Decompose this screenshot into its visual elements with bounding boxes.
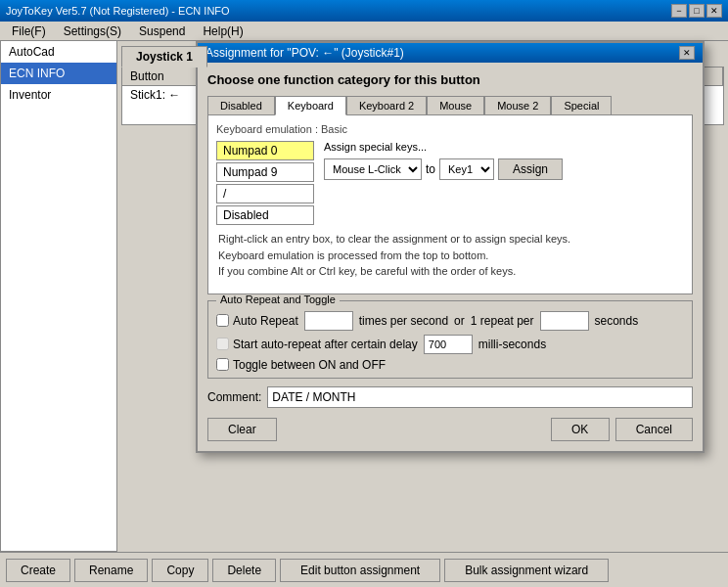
- assign-special-area: Assign special keys... Mouse L-Click to …: [324, 141, 684, 225]
- edit-assignment-button[interactable]: Edit button assignment: [280, 559, 440, 582]
- menu-settings[interactable]: Settings(S): [56, 23, 129, 40]
- app-title: JoyToKey Ver5.7 (Not Registered) - ECN I…: [6, 5, 230, 17]
- sidebar-item-autocad[interactable]: AutoCad: [1, 41, 116, 63]
- menu-file[interactable]: File(F): [4, 23, 54, 40]
- menu-suspend[interactable]: Suspend: [131, 23, 193, 40]
- modal-title-bar: Assignment for "POV: ←" (Joystick#1) ✕: [198, 43, 703, 63]
- assign-dropdown-key-slot[interactable]: Key1: [439, 158, 494, 180]
- tab-joystick1[interactable]: Joystick 1: [121, 46, 207, 68]
- info-line-3: If you combine Alt or Ctrl key, be caref…: [218, 263, 682, 280]
- or-label: or: [454, 314, 465, 328]
- delete-button[interactable]: Delete: [212, 559, 276, 582]
- auto-repeat-checkbox-container: Auto Repeat: [216, 314, 298, 328]
- auto-repeat-section: Auto Repeat and Toggle Auto Repeat times…: [207, 300, 693, 379]
- toggle-checkbox-container: Toggle between ON and OFF: [216, 358, 386, 372]
- modal-heading: Choose one function category for this bu…: [207, 72, 693, 87]
- menu-help[interactable]: Help(H): [195, 23, 250, 40]
- cancel-button[interactable]: Cancel: [615, 418, 693, 441]
- tab-disabled[interactable]: Disabled: [207, 96, 275, 115]
- cell-button: Stick1: ←: [122, 86, 201, 104]
- assign-dropdown-key-type[interactable]: Mouse L-Click: [324, 158, 422, 180]
- info-line-1: Right-click an entry box, to clear the a…: [218, 231, 682, 248]
- key-entry-1[interactable]: Numpad 9: [216, 162, 314, 182]
- auto-repeat-label: Auto Repeat: [233, 314, 298, 328]
- auto-repeat-row: Auto Repeat times per second or 1 repeat…: [216, 311, 684, 331]
- col-button: Button: [122, 68, 201, 85]
- sidebar-item-inventor[interactable]: Inventor: [1, 84, 116, 106]
- window-controls: − □ ✕: [671, 4, 722, 18]
- assign-row: Mouse L-Click to Key1 Assign: [324, 158, 684, 180]
- tab-keyboard2[interactable]: Keyboard 2: [346, 96, 427, 115]
- tab-mouse2[interactable]: Mouse 2: [484, 96, 551, 115]
- ok-button[interactable]: OK: [551, 418, 610, 441]
- info-text-area: Right-click an entry box, to clear the a…: [216, 225, 684, 286]
- toggle-label: Toggle between ON and OFF: [233, 358, 386, 372]
- toggle-row: Toggle between ON and OFF: [216, 358, 684, 372]
- auto-repeat-checkbox[interactable]: [216, 314, 229, 327]
- menu-bar: File(F) Settings(S) Suspend Help(H): [0, 22, 728, 41]
- times-per-second-input[interactable]: [304, 311, 353, 331]
- keyboard-inner: Numpad 0 Numpad 9 / Disabled Assign spec…: [216, 141, 684, 225]
- to-label: to: [426, 162, 435, 176]
- tab-keyboard[interactable]: Keyboard: [275, 96, 346, 115]
- main-content: AutoCad ECN INFO Inventor Joystick 1 Joy…: [0, 41, 728, 552]
- minimize-button[interactable]: −: [671, 4, 687, 18]
- close-window-button[interactable]: ✕: [706, 4, 722, 18]
- maximize-button[interactable]: □: [689, 4, 705, 18]
- sidebar: AutoCad ECN INFO Inventor: [0, 41, 117, 552]
- modal-close-button[interactable]: ✕: [679, 46, 695, 60]
- tab-special[interactable]: Special: [551, 96, 612, 115]
- info-line-2: Keyboard emulation is processed from the…: [218, 248, 682, 264]
- toggle-checkbox[interactable]: [216, 358, 229, 371]
- start-delay-checkbox[interactable]: [216, 338, 229, 350]
- comment-input[interactable]: [267, 386, 693, 408]
- sidebar-item-ecninfo[interactable]: ECN INFO: [1, 63, 116, 84]
- assign-label: Assign special keys...: [324, 141, 684, 153]
- delay-ms-input[interactable]: [424, 335, 473, 354]
- repeat-per-input[interactable]: [540, 311, 589, 331]
- key-entry-2[interactable]: /: [216, 184, 314, 203]
- bottom-toolbar: Create Rename Copy Delete Edit button as…: [0, 552, 728, 587]
- key-list: Numpad 0 Numpad 9 / Disabled: [216, 141, 314, 225]
- times-per-second-label: times per second: [359, 314, 448, 328]
- key-entry-3[interactable]: Disabled: [216, 205, 314, 225]
- tab-mouse[interactable]: Mouse: [427, 96, 484, 115]
- create-button[interactable]: Create: [6, 559, 70, 582]
- assign-button[interactable]: Assign: [498, 158, 563, 180]
- keyboard-section-label: Keyboard emulation : Basic: [216, 123, 684, 135]
- modal-title: Assignment for "POV: ←" (Joystick#1): [205, 46, 404, 60]
- seconds-label: seconds: [595, 314, 639, 328]
- function-tab-bar: Disabled Keyboard Keyboard 2 Mouse Mouse…: [207, 95, 693, 114]
- title-bar: JoyToKey Ver5.7 (Not Registered) - ECN I…: [0, 0, 728, 22]
- comment-row: Comment:: [207, 386, 693, 408]
- repeat-label: 1 repeat per: [471, 314, 534, 328]
- clear-button[interactable]: Clear: [207, 418, 277, 441]
- milli-label: milli-seconds: [478, 338, 546, 351]
- comment-label: Comment:: [207, 390, 261, 404]
- bulk-wizard-button[interactable]: Bulk assignment wizard: [444, 559, 609, 582]
- rename-button[interactable]: Rename: [74, 559, 148, 582]
- start-delay-row: Start auto-repeat after certain delay mi…: [216, 335, 684, 354]
- assignment-modal: Assignment for "POV: ←" (Joystick#1) ✕ C…: [196, 41, 705, 453]
- start-delay-label: Start auto-repeat after certain delay: [233, 338, 418, 351]
- key-entry-0[interactable]: Numpad 0: [216, 141, 314, 160]
- modal-body: Choose one function category for this bu…: [198, 63, 703, 451]
- start-delay-checkbox-container: Start auto-repeat after certain delay: [216, 338, 418, 351]
- modal-button-row: Clear OK Cancel: [207, 418, 693, 441]
- right-panel: Joystick 1 Joystick 2 Options Button Fun…: [117, 41, 728, 552]
- auto-repeat-title: Auto Repeat and Toggle: [216, 294, 340, 305]
- keyboard-section: Keyboard emulation : Basic Numpad 0 Nump…: [207, 114, 693, 294]
- copy-button[interactable]: Copy: [152, 559, 208, 582]
